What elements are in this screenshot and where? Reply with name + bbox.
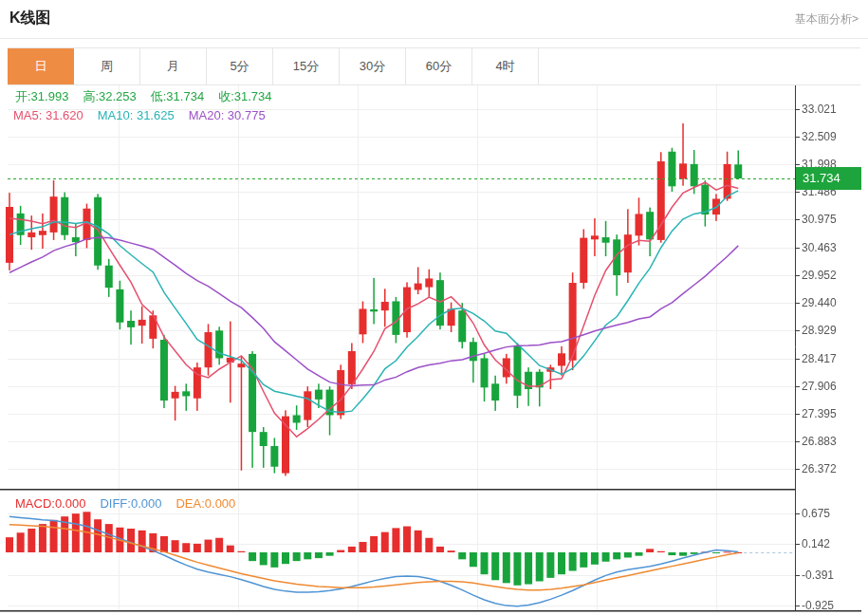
price-axis-label: 26.372 <box>802 461 862 476</box>
tab-period-5[interactable]: 15分 <box>273 48 340 84</box>
page-title: K线图 <box>9 9 51 28</box>
price-axis-label: 27.906 <box>802 379 862 394</box>
price-axis-label: 29.952 <box>802 268 862 283</box>
ohlc-item-高: 高:32.253 <box>83 89 136 103</box>
macd-legend: MACD:0.000DIFF:0.000DEA:0.000 <box>15 496 249 511</box>
price-axis-label: 27.395 <box>802 406 862 421</box>
ohlc-item-开: 开:31.993 <box>15 89 68 103</box>
price-axis-label: 26.883 <box>802 434 862 449</box>
tab-period-8[interactable]: 4时 <box>472 48 539 84</box>
macd-item-diff: DIFF:0.000 <box>100 496 161 511</box>
macd-item-dea: DEA:0.000 <box>175 496 235 511</box>
price-axis-label: 33.021 <box>802 102 862 117</box>
ohlc-legend: 开:31.993高:32.253低:31.734收:31.734 <box>15 88 286 105</box>
ma-item-ma20: MA20: 30.775 <box>189 108 266 122</box>
macd-axis-label: -0.391 <box>802 568 862 583</box>
kline-widget: K线图 基本面分析> 日周月5分15分30分60分4时 开:31.993高:32… <box>0 0 868 615</box>
tab-period-7[interactable]: 60分 <box>406 48 472 84</box>
tab-period-4[interactable]: 5分 <box>207 48 273 84</box>
tab-period-2[interactable]: 周 <box>74 48 140 84</box>
price-axis-label: 30.975 <box>802 212 862 227</box>
price-axis-label: 28.417 <box>802 351 862 366</box>
tab-period-6[interactable]: 30分 <box>340 48 406 84</box>
macd-axis-label: 0.142 <box>802 536 862 551</box>
ohlc-item-低: 低:31.734 <box>151 89 204 103</box>
price-axis-label: 30.463 <box>802 240 862 255</box>
price-axis-label: 28.929 <box>802 323 862 338</box>
ohlc-item-收: 收:31.734 <box>218 89 271 103</box>
period-tab-bar: 日周月5分15分30分60分4时 <box>8 47 860 85</box>
macd-axis-label: -0.925 <box>802 598 862 613</box>
widget-header: K线图 基本面分析> <box>0 0 868 39</box>
macd-item-macd: MACD:0.000 <box>15 496 85 511</box>
price-axis-label: 29.440 <box>802 295 862 310</box>
ma-item-ma10: MA10: 31.625 <box>98 108 175 122</box>
ma-legend: MA5: 31.620MA10: 31.625MA20: 30.775 <box>13 108 280 122</box>
tab-period-3[interactable]: 月 <box>140 48 207 84</box>
tab-period-1[interactable]: 日 <box>8 48 74 84</box>
fundamental-analysis-link[interactable]: 基本面分析> <box>795 11 859 28</box>
current-price-badge: 31.734 <box>796 167 861 190</box>
price-axis-label: 32.509 <box>802 129 862 144</box>
ma-item-ma5: MA5: 31.620 <box>13 108 83 122</box>
macd-axis-label: 0.675 <box>802 506 862 521</box>
